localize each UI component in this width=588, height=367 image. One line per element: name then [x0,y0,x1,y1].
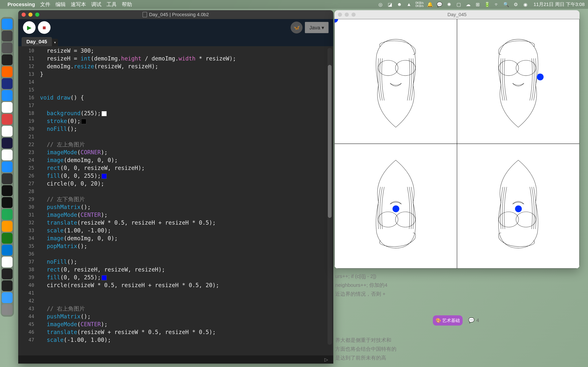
menu-debug[interactable]: 调试 [91,1,101,8]
menu-sketch[interactable]: 速写本 [71,1,86,8]
code-line[interactable]: circle(0, 0, 20); [40,180,333,188]
code-line[interactable]: // 左上角图片 [40,141,333,149]
code-line[interactable]: noFill(); [40,125,333,133]
dock-ae[interactable] [2,138,13,149]
code-line[interactable]: noFill(); [40,258,333,266]
tab-sketch[interactable]: Day_045 [22,37,52,46]
menu-file[interactable]: 文件 [40,1,50,8]
wifi-icon[interactable]: ᯤ [494,1,500,8]
code-line[interactable]: stroke(0); [40,117,333,125]
dock-trash[interactable] [2,304,13,315]
code-line[interactable]: void draw() { [40,94,333,102]
run-button[interactable]: ▶ [23,21,35,34]
dock-folder[interactable] [2,292,13,303]
scrollbar-thumb[interactable] [328,65,332,218]
code-line[interactable]: image(demoImg, 0, 0); [40,234,333,242]
dock-qq[interactable] [2,102,13,113]
code-line[interactable]: scale(-1.00, 1.00); [40,336,333,344]
code-content[interactable]: resizeW = 300; resizeH = int(demoImg.hei… [37,46,333,355]
dock-blue1[interactable] [2,90,13,101]
code-line[interactable]: imageMode(CENTER); [40,211,333,219]
code-line[interactable]: rect(0, 0, resizeW, resizeH); [40,164,333,172]
code-line[interactable]: // 左下角图片 [40,195,333,203]
dock-safari[interactable] [2,161,13,172]
tray-icon[interactable]: ◪ [387,1,393,8]
dock-blue2[interactable] [2,209,13,220]
dock-black[interactable] [2,185,13,196]
dock-an[interactable] [2,78,13,89]
code-line[interactable]: background(255); [40,109,333,117]
dock-subl[interactable] [2,221,13,232]
dock-text[interactable] [2,126,13,137]
search-icon[interactable]: 🔍 [503,1,509,8]
code-line[interactable]: image(demoImg, 0, 0); [40,156,333,164]
dock-launchpad[interactable] [2,31,13,42]
debug-button[interactable]: 🦋 [291,22,303,33]
dock-dark1[interactable] [2,268,13,279]
code-line[interactable]: resizeH = int(demoImg.height / demoImg.w… [40,55,333,63]
code-line[interactable]: scale(1.00, -1.00); [40,227,333,234]
code-line[interactable]: fill(0, 0, 255); [40,172,333,180]
sketch-titlebar[interactable]: Day_045 [335,10,579,19]
bell-icon[interactable]: 🔔 [427,1,433,8]
battery-icon[interactable]: 🔋 [484,1,490,8]
dock-grey[interactable] [2,173,13,184]
menu-tools[interactable]: 工具 [106,1,117,8]
menu-edit[interactable]: 编辑 [55,1,66,8]
code-line[interactable]: } [40,70,333,78]
dock-wps[interactable] [2,114,13,125]
code-line[interactable] [40,133,333,141]
dock-settings[interactable] [2,42,13,53]
footer-arrow-icon[interactable]: ▷ [324,357,328,362]
tray-icon[interactable]: ▲ [406,1,412,8]
code-line[interactable] [40,86,333,94]
code-line[interactable]: popMatrix(); [40,242,333,250]
grid-icon[interactable]: ⊞ [475,1,481,8]
wechat-icon[interactable]: ✺ [446,1,452,8]
code-line[interactable]: fill(0, 0, 255); [40,274,333,281]
code-editor[interactable]: 1011121314151617181920212223242526272829… [18,46,333,355]
code-line[interactable]: rect(0, resizeH, resizeW, resizeH); [40,266,333,274]
code-line[interactable]: imageMode(CENTER); [40,320,333,328]
control-center-icon[interactable]: ⚙ [513,1,519,8]
code-line[interactable] [40,78,333,86]
code-line[interactable]: translate(resizeW + resizeW * 0.5, resiz… [40,328,333,336]
tray-icon[interactable]: ◎ [377,1,383,8]
dock-orange1[interactable] [2,66,13,77]
code-line[interactable]: imageMode(CORNER); [40,149,333,156]
code-line[interactable] [40,188,333,195]
comment-count[interactable]: 💬 4 [468,316,479,325]
stop-button[interactable]: ■ [38,21,51,34]
siri-icon[interactable]: ◉ [522,1,528,8]
dock-processing[interactable] [2,54,13,65]
code-line[interactable]: pushMatrix(); [40,203,333,211]
code-line[interactable] [40,102,333,109]
tab-dropdown-icon[interactable]: ▾ [52,39,58,46]
code-line[interactable]: // 右上角图片 [40,305,333,313]
clock[interactable]: 11月21日 周日 下午3:08 [534,1,585,8]
dock-dark2[interactable] [2,280,13,291]
dock-vim[interactable] [2,233,13,244]
code-line[interactable] [40,289,333,297]
code-line[interactable] [40,250,333,258]
ide-titlebar[interactable]: Day_045 | Processing 4.0b2 [18,10,333,19]
dock-chrome[interactable] [2,150,13,160]
tray-icon[interactable]: ☻ [397,1,403,8]
window-icon[interactable]: ▢ [456,1,462,8]
app-name[interactable]: Processing [8,1,35,7]
chat-icon[interactable]: 💬 [437,1,443,8]
code-line[interactable]: demoImg.resize(resizeW, resizeH); [40,63,333,70]
dock-term[interactable] [2,197,13,208]
code-line[interactable]: translate(resizeW * 0.5, resizeH + resiz… [40,219,333,227]
dock-vscode[interactable] [2,245,13,256]
dock-finder[interactable] [2,19,13,30]
vertical-scrollbar[interactable] [328,48,332,345]
menu-help[interactable]: 帮助 [122,1,132,8]
dock-note[interactable] [2,257,13,267]
category-badge[interactable]: 🎨 艺术基础 [433,315,463,325]
mode-selector[interactable]: Java ▾ [305,22,329,33]
code-line[interactable]: circle(resizeW * 0.5, resizeH + resizeH … [40,281,333,289]
cloud-icon[interactable]: ☁ [465,1,471,8]
code-line[interactable]: pushMatrix(); [40,313,333,320]
code-line[interactable] [40,297,333,305]
